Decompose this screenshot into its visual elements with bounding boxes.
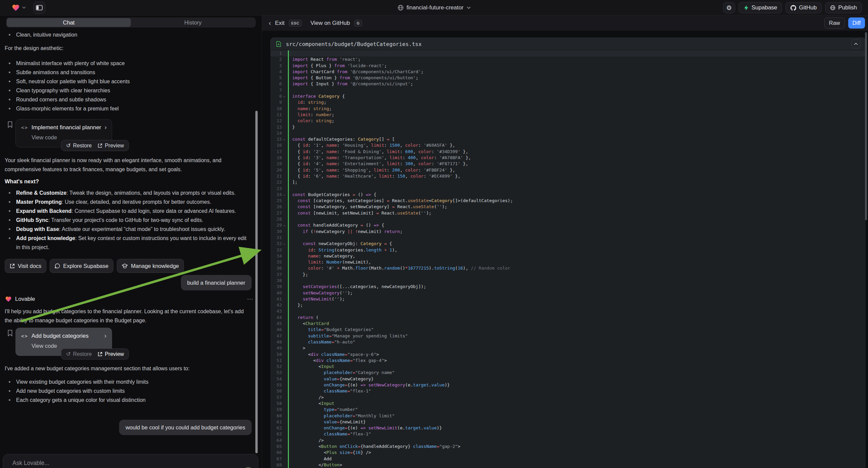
supabase-button[interactable]: Supabase [739,2,782,13]
fold-spacer [282,142,287,148]
code-text: /> [287,394,324,401]
code-brackets-icon: <> [21,125,28,130]
manage-knowledge-button[interactable]: Manage knowledge [117,259,184,273]
code-line: 68 </Button> [271,462,866,468]
fold-spacer [282,296,287,302]
preview-button[interactable]: Preview [98,351,124,357]
code-line: 59 type="number" [271,407,866,413]
fold-chevron-icon[interactable]: › [282,241,287,247]
code-line: 42 }; [271,302,866,308]
code-scrollbar[interactable] [865,32,867,220]
fold-spacer [282,407,287,413]
line-number: 10 [271,106,282,112]
line-number: 36 [271,265,282,271]
line-number: 19 [271,161,282,167]
code-text: const [categories, setCategories] = Reac… [287,198,513,204]
line-number: 12 [271,118,282,124]
line-number: 56 [271,388,282,394]
code-line: 36 color: '#' + Math.floor(Math.random()… [271,265,866,271]
design-bullet-list: Minimalist interface with plenty of whit… [5,59,252,113]
collapse-file-button[interactable] [851,39,861,48]
code-line: 23 [271,186,866,192]
restore-button[interactable]: ↺ Restore [66,142,92,149]
lovable-logo-menu[interactable] [11,4,26,12]
github-button[interactable]: GitHub [785,2,822,13]
fold-chevron-icon[interactable]: › [282,222,287,228]
code-text: <Button onClick={handleAddCategory} clas… [287,443,460,449]
chat-scrollbar[interactable] [255,111,258,453]
fold-spacer [282,56,287,62]
fold-spacer [282,462,287,468]
project-switcher[interactable]: financial-future-creator [397,0,470,16]
bullet-item: View existing budget categories with the… [5,377,252,386]
lovable-heart-icon [11,4,20,12]
fold-spacer [282,394,287,401]
code-text: limit: number; [287,112,334,118]
composer-placeholder[interactable]: Ask Lovable... [12,460,49,467]
chevron-down-icon [467,6,471,9]
fold-spacer [282,376,287,382]
line-number: 50 [271,351,282,357]
code-editor[interactable]: 12import React from 'react';3import { Pl… [271,50,866,468]
publish-button[interactable]: Publish [825,2,862,13]
code-text: import ChartCard from '@/components/ui/C… [287,69,424,75]
supabase-label: Supabase [751,4,777,11]
bullet-item: GitHub Sync: Transfer your project's cod… [5,215,252,225]
explore-supabase-button[interactable]: Explore Supabase [50,259,114,273]
fold-spacer [282,179,287,185]
exit-button[interactable]: Exit [275,20,284,27]
visit-docs-button[interactable]: Visit docs [5,259,46,273]
sidebar-toggle-button[interactable] [33,2,45,14]
code-line: 21 { id: '6', name: 'Healthcare', limit:… [271,173,866,179]
diff-toggle-button[interactable]: Diff [848,18,865,29]
settings-button[interactable]: ⚙ [723,2,735,13]
fold-spacer [282,167,287,173]
code-text: const [newLimit, setNewLimit] = React.us… [287,210,432,216]
line-number: 8 [271,93,282,99]
fold-spacer [282,161,287,167]
tab-chat[interactable]: Chat [7,18,131,27]
fold-chevron-icon[interactable]: › [282,93,287,99]
line-number: 15 [271,136,282,142]
view-on-github-button[interactable]: View on GitHub [310,20,350,27]
code-text: value={newCategory} [287,376,374,382]
fold-spacer [282,351,287,357]
composer[interactable]: Ask Lovable... Attach Edit [3,454,258,468]
chat-scroll-area[interactable]: Clean, intuitive navigation For the desi… [0,29,262,450]
restore-icon: ↺ [66,351,70,357]
g-key-badge: G [354,20,362,27]
code-text: name: newCategory, [287,253,355,259]
message-menu-button[interactable]: ⋯ [247,295,254,303]
version-card-row: <> Add budget categories › View code ↺ R… [5,328,252,356]
github-icon [790,5,796,11]
fold-spacer [282,401,287,407]
fold-spacer [282,63,287,69]
fold-spacer [282,81,287,87]
back-chevron-icon[interactable]: ‹ [269,19,271,27]
fold-spacer [282,118,287,124]
line-number: 63 [271,431,282,437]
raw-toggle-button[interactable]: Raw [825,18,845,29]
line-number: 28 [271,216,282,222]
code-line: 57 /> [271,394,866,401]
fold-spacer [282,321,287,327]
fold-spacer [282,229,287,235]
code-text: const [newCategory, setNewCategory] = Re… [287,204,447,210]
code-text: const BudgetCategories = () => { [287,192,376,198]
fold-chevron-icon[interactable]: › [282,136,287,142]
line-number: 26 [271,204,282,210]
user-message: would be cool if you could add budget ca… [119,420,252,435]
preview-button[interactable]: Preview [98,143,124,149]
line-number: 59 [271,407,282,413]
code-text: }; [287,302,303,308]
file-path-bar[interactable]: src/components/budget/BudgetCategories.t… [271,38,866,50]
tab-history[interactable]: History [131,18,255,27]
line-number: 40 [271,290,282,296]
fold-chevron-icon[interactable]: › [282,192,287,198]
code-line: 3import { Plus } from 'lucide-react'; [271,63,866,69]
bullet-item: Minimalist interface with plenty of whit… [5,59,252,68]
code-text: <Plus size={16} /> [287,449,371,456]
fold-spacer [282,75,287,81]
line-number: 22 [271,179,282,185]
restore-button[interactable]: ↺ Restore [66,351,92,357]
